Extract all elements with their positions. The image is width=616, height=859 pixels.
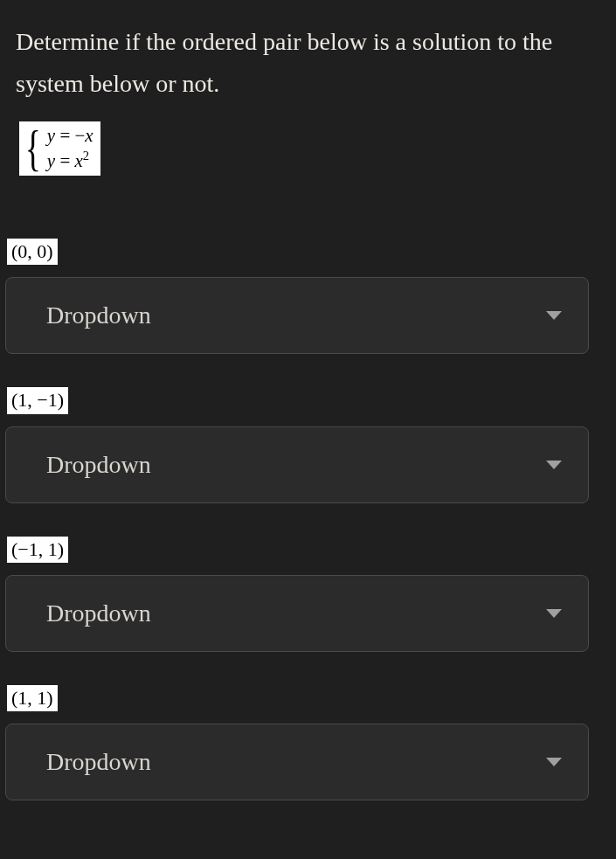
dropdown-label: Dropdown — [46, 599, 151, 627]
equation-2: y = x2 — [47, 149, 93, 172]
dropdown-1[interactable]: Dropdown — [5, 426, 589, 503]
ordered-pair-1: (1, −1) — [7, 387, 68, 413]
chevron-down-icon — [546, 758, 562, 766]
question-prompt: Determine if the ordered pair below is a… — [0, 0, 616, 120]
answer-block-0: (0, 0) Dropdown — [5, 239, 611, 354]
equation-1: y = −x — [47, 125, 93, 147]
dropdown-label: Dropdown — [46, 451, 151, 479]
dropdown-2[interactable]: Dropdown — [5, 575, 589, 652]
chevron-down-icon — [546, 311, 562, 320]
dropdown-3[interactable]: Dropdown — [5, 724, 589, 800]
ordered-pair-0: (0, 0) — [7, 239, 58, 265]
chevron-down-icon — [546, 461, 562, 469]
system-of-equations: { y = −x y = x2 — [19, 121, 100, 176]
left-brace-icon: { — [25, 123, 41, 174]
dropdown-0[interactable]: Dropdown — [5, 277, 589, 354]
dropdown-label: Dropdown — [46, 748, 151, 776]
ordered-pair-3: (1, 1) — [7, 685, 58, 711]
ordered-pair-2: (−1, 1) — [7, 537, 68, 563]
chevron-down-icon — [546, 609, 562, 618]
answer-block-1: (1, −1) Dropdown — [5, 387, 611, 502]
answer-block-3: (1, 1) Dropdown — [5, 685, 611, 800]
answer-block-2: (−1, 1) Dropdown — [5, 537, 611, 652]
dropdown-label: Dropdown — [46, 301, 151, 329]
